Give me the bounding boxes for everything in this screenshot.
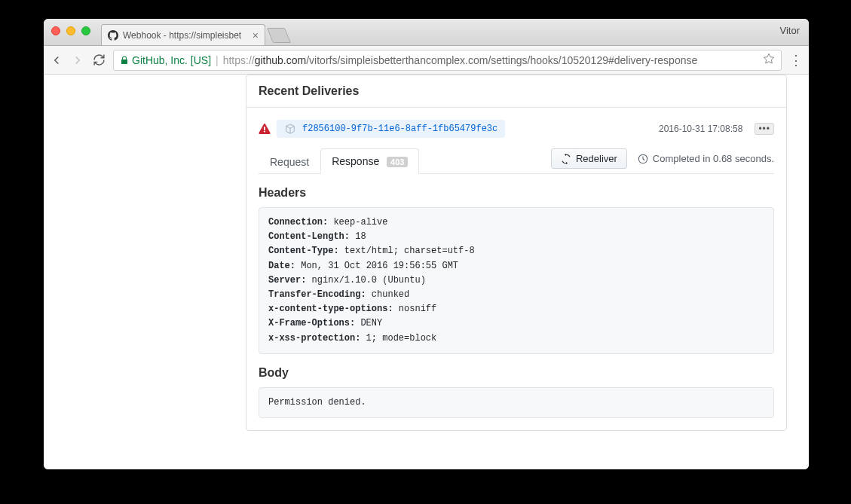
header-line: Transfer-Encoding: chunked [268, 288, 764, 302]
alert-icon [259, 123, 271, 135]
sync-icon [561, 154, 571, 164]
completed-label: Completed in 0.68 seconds. [653, 153, 774, 164]
redeliver-label: Redeliver [576, 153, 617, 164]
svg-marker-0 [764, 53, 773, 63]
header-value: text/html; charset=utf-8 [339, 246, 475, 256]
header-value: Mon, 31 Oct 2016 19:56:55 GMT [295, 261, 458, 271]
delivery-row[interactable]: f2856100-9f7b-11e6-8aff-1fb65479fe3c 201… [259, 120, 774, 138]
panel-title: Recent Deliveries [246, 75, 786, 108]
header-line: Content-Length: 18 [268, 230, 764, 244]
header-line: x-xss-protection: 1; mode=block [268, 331, 764, 346]
header-line: Connection: keep-alive [268, 215, 764, 230]
delivery-expand-button[interactable]: ••• [755, 123, 774, 135]
headers-title: Headers [259, 186, 774, 200]
redeliver-button[interactable]: Redeliver [551, 148, 627, 169]
forward-button[interactable] [71, 53, 84, 67]
tab-request[interactable]: Request [259, 149, 320, 174]
new-tab-button[interactable] [270, 28, 288, 43]
tab-close-icon[interactable]: × [253, 29, 259, 41]
header-value: DENY [355, 318, 382, 328]
header-value: nginx/1.10.0 (Ubuntu) [306, 275, 425, 286]
tab-response[interactable]: Response 403 [320, 148, 419, 174]
url-text: https://github.com/vitorfs/simpleisbette… [223, 54, 698, 66]
header-value: chunked [366, 289, 410, 300]
header-line: Content-Type: text/html; charset=utf-8 [268, 244, 764, 258]
body-box: Permission denied. [259, 387, 774, 418]
header-key: x-xss-protection: [268, 333, 360, 344]
status-badge: 403 [387, 157, 408, 167]
header-line: Date: Mon, 31 Oct 2016 19:56:55 GMT [268, 259, 764, 273]
header-key: Date: [268, 261, 295, 271]
browser-window: Vitor Webhook - https://simpleisbet × [44, 19, 809, 469]
titlebar: Vitor Webhook - https://simpleisbet × [44, 19, 809, 46]
page-viewport: Recent Deliveries f2856100-9f7b-11e6-8af… [44, 75, 809, 469]
window-zoom-button[interactable] [81, 26, 90, 35]
header-key: X-Frame-Options: [268, 318, 355, 328]
package-icon [284, 123, 296, 135]
header-line: x-content-type-options: nosniff [268, 302, 764, 316]
tab-response-label: Response [332, 155, 379, 167]
body-text: Permission denied. [268, 396, 764, 410]
header-key: Server: [268, 275, 306, 286]
header-key: Connection: [268, 217, 328, 228]
bookmark-star-icon[interactable] [763, 53, 775, 67]
window-controls [51, 26, 90, 35]
header-value: keep-alive [328, 217, 387, 228]
lock-icon [120, 55, 129, 66]
body-title: Body [259, 366, 774, 380]
window-minimize-button[interactable] [66, 26, 75, 35]
browser-chrome: Vitor Webhook - https://simpleisbet × [44, 19, 809, 75]
address-bar[interactable]: GitHub, Inc. [US] | https://github.com/v… [113, 50, 782, 71]
back-button[interactable] [50, 53, 63, 67]
headers-box: Connection: keep-aliveContent-Length: 18… [259, 207, 774, 354]
browser-tab[interactable]: Webhook - https://simpleisbet × [101, 24, 265, 45]
header-key: Transfer-Encoding: [268, 289, 366, 300]
ev-badge: GitHub, Inc. [US] [132, 54, 211, 66]
clock-icon [638, 154, 648, 164]
toolbar: GitHub, Inc. [US] | https://github.com/v… [44, 46, 809, 75]
header-line: Server: nginx/1.10.0 (Ubuntu) [268, 273, 764, 288]
url-separator: | [216, 54, 219, 66]
header-line: X-Frame-Options: DENY [268, 316, 764, 331]
header-value: nosniff [393, 304, 437, 314]
reload-button[interactable] [92, 53, 106, 66]
recent-deliveries-panel: Recent Deliveries f2856100-9f7b-11e6-8af… [246, 75, 787, 431]
detail-tabs: Request Response 403 Redeliver [259, 148, 774, 174]
delivery-id-pill[interactable]: f2856100-9f7b-11e6-8aff-1fb65479fe3c [277, 120, 505, 138]
delivery-timestamp: 2016-10-31 17:08:58 [659, 124, 742, 134]
browser-menu-button[interactable]: ⋮ [789, 57, 803, 64]
header-key: Content-Type: [268, 246, 339, 256]
profile-name[interactable]: Vitor [780, 25, 800, 36]
header-value: 1; mode=block [360, 333, 436, 344]
header-value: 18 [350, 231, 366, 242]
window-close-button[interactable] [51, 26, 60, 35]
header-key: x-content-type-options: [268, 304, 393, 314]
tab-title: Webhook - https://simpleisbet [123, 30, 249, 41]
delivery-id-text: f2856100-9f7b-11e6-8aff-1fb65479fe3c [302, 124, 497, 134]
header-key: Content-Length: [268, 231, 350, 242]
completed-info: Completed in 0.68 seconds. [638, 153, 774, 164]
github-favicon [108, 30, 118, 41]
